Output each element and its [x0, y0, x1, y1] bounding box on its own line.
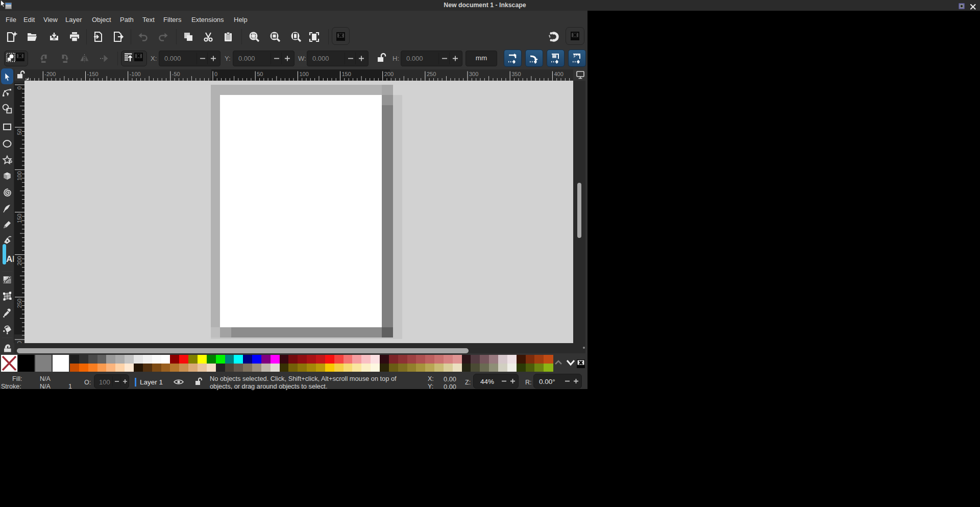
- svg-text:250: 250: [427, 71, 436, 77]
- svg-text:-100: -100: [130, 71, 141, 77]
- svg-text:0: 0: [214, 71, 217, 77]
- svg-text:400: 400: [554, 71, 563, 77]
- svg-text:100: 100: [16, 171, 22, 180]
- svg-text:350: 350: [511, 71, 521, 77]
- svg-text:-50: -50: [172, 71, 180, 77]
- svg-text:250: 250: [16, 299, 22, 308]
- svg-text:200: 200: [16, 256, 22, 265]
- svg-text:300: 300: [469, 71, 478, 77]
- svg-text:200: 200: [384, 71, 394, 77]
- svg-text:50: 50: [16, 129, 22, 135]
- svg-text:50: 50: [257, 71, 263, 77]
- svg-text:150: 150: [16, 214, 22, 223]
- svg-text:-150: -150: [87, 71, 99, 77]
- svg-text:0: 0: [16, 86, 22, 89]
- svg-text:100: 100: [299, 71, 308, 77]
- svg-text:-200: -200: [44, 71, 56, 77]
- svg-text:150: 150: [342, 71, 351, 77]
